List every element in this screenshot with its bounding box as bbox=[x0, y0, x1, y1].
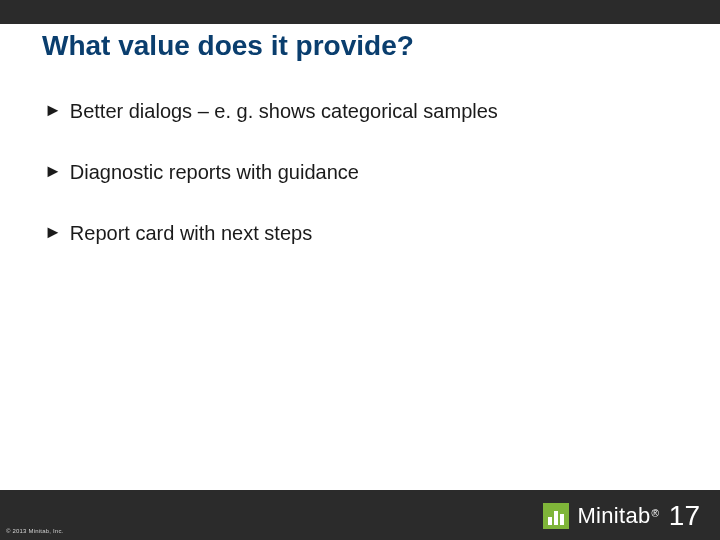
brand-name-text: Minitab bbox=[577, 503, 650, 528]
registered-mark: ® bbox=[651, 508, 658, 519]
brand-version: 17 bbox=[669, 500, 700, 532]
top-bar bbox=[0, 0, 720, 24]
brand-logo: Minitab® 17 bbox=[543, 500, 700, 532]
bullet-list: ► Better dialogs – e. g. shows categoric… bbox=[44, 100, 680, 283]
triangle-bullet-icon: ► bbox=[44, 162, 62, 180]
slide: What value does it provide? ► Better dia… bbox=[0, 0, 720, 540]
list-item: ► Better dialogs – e. g. shows categoric… bbox=[44, 100, 680, 123]
triangle-bullet-icon: ► bbox=[44, 223, 62, 241]
bottom-bar: © 2013 Minitab, Inc. Minitab® 17 bbox=[0, 490, 720, 540]
bullet-text: Report card with next steps bbox=[70, 222, 312, 245]
bar-icon-segment bbox=[554, 511, 558, 525]
brand-name: Minitab® bbox=[577, 503, 658, 529]
slide-title: What value does it provide? bbox=[42, 30, 414, 62]
bullet-text: Diagnostic reports with guidance bbox=[70, 161, 359, 184]
minitab-bars-icon bbox=[543, 503, 569, 529]
bullet-text: Better dialogs – e. g. shows categorical… bbox=[70, 100, 498, 123]
list-item: ► Report card with next steps bbox=[44, 222, 680, 245]
bar-icon-segment bbox=[560, 514, 564, 525]
bar-icon-segment bbox=[548, 517, 552, 525]
list-item: ► Diagnostic reports with guidance bbox=[44, 161, 680, 184]
copyright-text: © 2013 Minitab, Inc. bbox=[6, 528, 63, 534]
triangle-bullet-icon: ► bbox=[44, 101, 62, 119]
